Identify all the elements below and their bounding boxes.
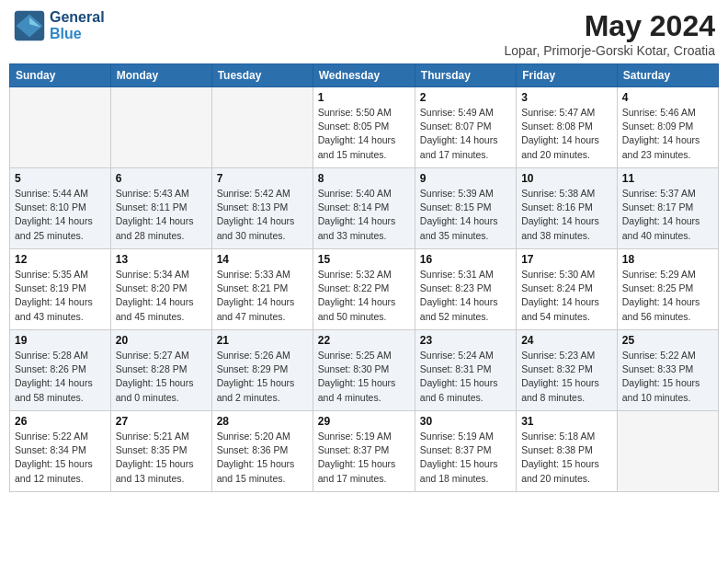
day-number: 30 xyxy=(420,415,511,428)
day-number: 16 xyxy=(420,253,511,266)
day-number: 21 xyxy=(217,334,308,347)
day-info: Sunrise: 5:33 AM Sunset: 8:21 PM Dayligh… xyxy=(217,268,308,324)
table-row: 11Sunrise: 5:37 AM Sunset: 8:17 PM Dayli… xyxy=(617,168,718,249)
logo-text: General Blue xyxy=(50,9,105,42)
calendar-week-row: 19Sunrise: 5:28 AM Sunset: 8:26 PM Dayli… xyxy=(10,330,719,411)
table-row xyxy=(110,87,211,168)
table-row: 4Sunrise: 5:46 AM Sunset: 8:09 PM Daylig… xyxy=(617,87,718,168)
calendar-week-row: 1Sunrise: 5:50 AM Sunset: 8:05 PM Daylig… xyxy=(10,87,719,168)
day-number: 29 xyxy=(318,415,410,428)
table-row: 29Sunrise: 5:19 AM Sunset: 8:37 PM Dayli… xyxy=(313,411,415,492)
header-wednesday: Wednesday xyxy=(313,64,415,87)
day-info: Sunrise: 5:39 AM Sunset: 8:15 PM Dayligh… xyxy=(420,187,511,243)
day-number: 8 xyxy=(318,172,410,185)
table-row: 3Sunrise: 5:47 AM Sunset: 8:08 PM Daylig… xyxy=(517,87,618,168)
table-row: 10Sunrise: 5:38 AM Sunset: 8:16 PM Dayli… xyxy=(517,168,618,249)
day-info: Sunrise: 5:44 AM Sunset: 8:10 PM Dayligh… xyxy=(15,187,106,243)
table-row: 14Sunrise: 5:33 AM Sunset: 8:21 PM Dayli… xyxy=(211,249,313,330)
table-row: 30Sunrise: 5:19 AM Sunset: 8:37 PM Dayli… xyxy=(415,411,516,492)
header-monday: Monday xyxy=(110,64,211,87)
day-info: Sunrise: 5:28 AM Sunset: 8:26 PM Dayligh… xyxy=(15,349,106,405)
day-info: Sunrise: 5:49 AM Sunset: 8:07 PM Dayligh… xyxy=(420,106,511,162)
calendar-header-row: Sunday Monday Tuesday Wednesday Thursday… xyxy=(10,64,719,87)
table-row: 19Sunrise: 5:28 AM Sunset: 8:26 PM Dayli… xyxy=(10,330,111,411)
day-number: 5 xyxy=(15,172,106,185)
day-number: 23 xyxy=(420,334,511,347)
day-info: Sunrise: 5:31 AM Sunset: 8:23 PM Dayligh… xyxy=(420,268,511,324)
day-number: 13 xyxy=(116,253,207,266)
location: Lopar, Primorje-Gorski Kotar, Croatia xyxy=(504,43,715,58)
header-thursday: Thursday xyxy=(415,64,516,87)
day-number: 15 xyxy=(318,253,410,266)
logo-icon xyxy=(13,9,46,42)
header-friday: Friday xyxy=(517,64,618,87)
table-row: 20Sunrise: 5:27 AM Sunset: 8:28 PM Dayli… xyxy=(110,330,211,411)
table-row: 24Sunrise: 5:23 AM Sunset: 8:32 PM Dayli… xyxy=(517,330,618,411)
table-row: 5Sunrise: 5:44 AM Sunset: 8:10 PM Daylig… xyxy=(10,168,111,249)
table-row: 21Sunrise: 5:26 AM Sunset: 8:29 PM Dayli… xyxy=(211,330,313,411)
table-row: 8Sunrise: 5:40 AM Sunset: 8:14 PM Daylig… xyxy=(313,168,415,249)
day-info: Sunrise: 5:47 AM Sunset: 8:08 PM Dayligh… xyxy=(521,106,612,162)
day-number: 10 xyxy=(521,172,612,185)
day-number: 4 xyxy=(622,91,713,104)
day-number: 14 xyxy=(217,253,308,266)
day-info: Sunrise: 5:30 AM Sunset: 8:24 PM Dayligh… xyxy=(521,268,612,324)
day-info: Sunrise: 5:26 AM Sunset: 8:29 PM Dayligh… xyxy=(217,349,308,405)
day-info: Sunrise: 5:43 AM Sunset: 8:11 PM Dayligh… xyxy=(116,187,207,243)
calendar-week-row: 5Sunrise: 5:44 AM Sunset: 8:10 PM Daylig… xyxy=(10,168,719,249)
table-row: 25Sunrise: 5:22 AM Sunset: 8:33 PM Dayli… xyxy=(617,330,718,411)
day-info: Sunrise: 5:34 AM Sunset: 8:20 PM Dayligh… xyxy=(116,268,207,324)
day-number: 12 xyxy=(15,253,106,266)
day-info: Sunrise: 5:22 AM Sunset: 8:33 PM Dayligh… xyxy=(622,349,713,405)
day-info: Sunrise: 5:22 AM Sunset: 8:34 PM Dayligh… xyxy=(15,430,106,486)
day-number: 17 xyxy=(521,253,612,266)
day-info: Sunrise: 5:21 AM Sunset: 8:35 PM Dayligh… xyxy=(116,430,207,486)
page-header: General Blue May 2024 Lopar, Primorje-Go… xyxy=(9,9,719,58)
day-info: Sunrise: 5:25 AM Sunset: 8:30 PM Dayligh… xyxy=(318,349,410,405)
day-number: 6 xyxy=(116,172,207,185)
day-info: Sunrise: 5:50 AM Sunset: 8:05 PM Dayligh… xyxy=(318,106,410,162)
day-info: Sunrise: 5:18 AM Sunset: 8:38 PM Dayligh… xyxy=(521,430,612,486)
day-number: 1 xyxy=(318,91,410,104)
day-number: 26 xyxy=(15,415,106,428)
table-row: 27Sunrise: 5:21 AM Sunset: 8:35 PM Dayli… xyxy=(110,411,211,492)
table-row: 15Sunrise: 5:32 AM Sunset: 8:22 PM Dayli… xyxy=(313,249,415,330)
table-row: 28Sunrise: 5:20 AM Sunset: 8:36 PM Dayli… xyxy=(211,411,313,492)
day-number: 22 xyxy=(318,334,410,347)
calendar-week-row: 12Sunrise: 5:35 AM Sunset: 8:19 PM Dayli… xyxy=(10,249,719,330)
day-number: 2 xyxy=(420,91,511,104)
logo: General Blue xyxy=(13,9,105,42)
day-info: Sunrise: 5:19 AM Sunset: 8:37 PM Dayligh… xyxy=(318,430,410,486)
table-row: 26Sunrise: 5:22 AM Sunset: 8:34 PM Dayli… xyxy=(10,411,111,492)
table-row xyxy=(211,87,313,168)
table-row: 2Sunrise: 5:49 AM Sunset: 8:07 PM Daylig… xyxy=(415,87,516,168)
calendar-week-row: 26Sunrise: 5:22 AM Sunset: 8:34 PM Dayli… xyxy=(10,411,719,492)
table-row xyxy=(617,411,718,492)
table-row: 9Sunrise: 5:39 AM Sunset: 8:15 PM Daylig… xyxy=(415,168,516,249)
table-row: 12Sunrise: 5:35 AM Sunset: 8:19 PM Dayli… xyxy=(10,249,111,330)
day-info: Sunrise: 5:32 AM Sunset: 8:22 PM Dayligh… xyxy=(318,268,410,324)
table-row: 16Sunrise: 5:31 AM Sunset: 8:23 PM Dayli… xyxy=(415,249,516,330)
day-info: Sunrise: 5:23 AM Sunset: 8:32 PM Dayligh… xyxy=(521,349,612,405)
table-row: 7Sunrise: 5:42 AM Sunset: 8:13 PM Daylig… xyxy=(211,168,313,249)
day-number: 19 xyxy=(15,334,106,347)
day-info: Sunrise: 5:35 AM Sunset: 8:19 PM Dayligh… xyxy=(15,268,106,324)
table-row: 6Sunrise: 5:43 AM Sunset: 8:11 PM Daylig… xyxy=(110,168,211,249)
day-number: 27 xyxy=(116,415,207,428)
header-tuesday: Tuesday xyxy=(211,64,313,87)
table-row: 1Sunrise: 5:50 AM Sunset: 8:05 PM Daylig… xyxy=(313,87,415,168)
day-info: Sunrise: 5:46 AM Sunset: 8:09 PM Dayligh… xyxy=(622,106,713,162)
day-info: Sunrise: 5:20 AM Sunset: 8:36 PM Dayligh… xyxy=(217,430,308,486)
table-row: 23Sunrise: 5:24 AM Sunset: 8:31 PM Dayli… xyxy=(415,330,516,411)
day-info: Sunrise: 5:24 AM Sunset: 8:31 PM Dayligh… xyxy=(420,349,511,405)
day-number: 3 xyxy=(521,91,612,104)
day-number: 9 xyxy=(420,172,511,185)
table-row: 17Sunrise: 5:30 AM Sunset: 8:24 PM Dayli… xyxy=(517,249,618,330)
table-row: 18Sunrise: 5:29 AM Sunset: 8:25 PM Dayli… xyxy=(617,249,718,330)
header-saturday: Saturday xyxy=(617,64,718,87)
title-block: May 2024 Lopar, Primorje-Gorski Kotar, C… xyxy=(504,9,715,58)
table-row: 13Sunrise: 5:34 AM Sunset: 8:20 PM Dayli… xyxy=(110,249,211,330)
table-row: 22Sunrise: 5:25 AM Sunset: 8:30 PM Dayli… xyxy=(313,330,415,411)
day-number: 20 xyxy=(116,334,207,347)
day-number: 24 xyxy=(521,334,612,347)
